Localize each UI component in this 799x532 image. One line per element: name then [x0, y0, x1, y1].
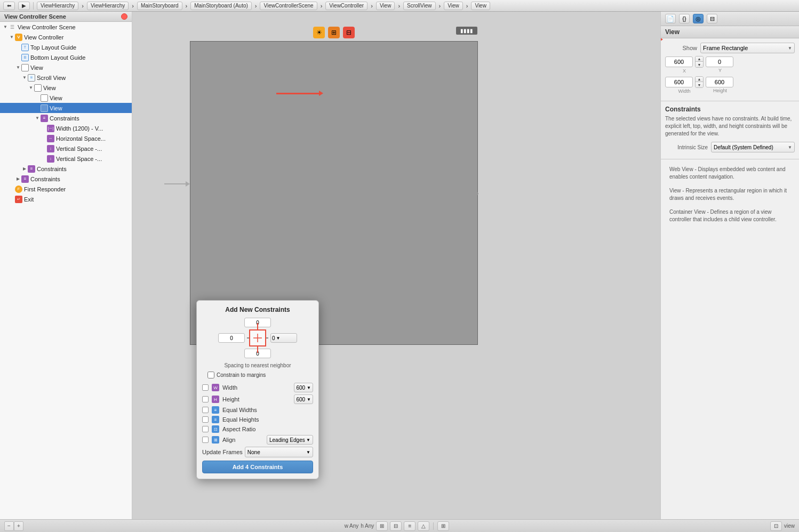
layout-pin-btn[interactable]: ⊟	[390, 521, 402, 531]
view-as-btn[interactable]: ⊡	[770, 521, 782, 531]
tree-item-exit[interactable]: ↵ Exit	[0, 194, 132, 204]
layout-align-btn[interactable]: ≡	[404, 521, 416, 531]
update-frames-dropdown[interactable]: None ▼	[245, 447, 313, 457]
tree-item-scene[interactable]: ☰ View Controller Scene	[0, 22, 132, 32]
identity-icon-btn[interactable]: ◎	[693, 14, 704, 23]
x-up-btn[interactable]: ▲	[696, 57, 703, 62]
align-chevron: ▼	[306, 438, 310, 442]
equal-widths-checkbox[interactable]	[202, 407, 209, 413]
tree-label-view-root: View	[30, 65, 43, 71]
vc-icon-yellow[interactable]: ☀	[313, 27, 325, 38]
breadcrumb-9[interactable]: View	[444, 2, 463, 10]
tree-item-view-child1[interactable]: View	[0, 93, 132, 103]
breadcrumb-10[interactable]: View	[471, 2, 490, 10]
equal-heights-icon: ≡	[212, 416, 219, 423]
width-checkbox[interactable]	[202, 384, 209, 391]
tree-item-constraints-main[interactable]: ≡ Constraints	[0, 174, 132, 184]
show-chevron: ▼	[788, 46, 792, 51]
equal-heights-checkbox[interactable]	[202, 416, 209, 423]
spacing-left-input[interactable]	[218, 333, 245, 343]
vc-icon: V	[15, 34, 22, 41]
add-constraints-button[interactable]: Add 4 Constraints	[202, 461, 313, 473]
horiz-space-icon: ↔	[47, 135, 54, 142]
constrain-margins-checkbox[interactable]	[207, 372, 214, 378]
zoom-out-btn[interactable]: −	[4, 521, 14, 531]
equal-widths-label: Equal Widths	[222, 407, 313, 413]
width-constraint-icon: |↔|	[47, 125, 54, 132]
code-icon-btn[interactable]: {}	[679, 14, 690, 23]
view-child2-icon	[41, 104, 48, 112]
breadcrumb-5[interactable]: ViewControllerScene	[260, 2, 317, 10]
close-button[interactable]	[121, 13, 127, 20]
tree-item-constraints-inner[interactable]: ≡ Constraints	[0, 113, 132, 123]
constraints-desc: The selected views have no constraints. …	[665, 115, 795, 138]
canvas-area: ☀ ⊞ ⊟ ▮▮▮▮ › Add New Constraints	[132, 12, 660, 519]
width-dropdown[interactable]: 600 ▼	[294, 383, 313, 392]
vert-space1-icon: ↕	[47, 145, 54, 152]
tree-item-bottom-layout[interactable]: B Bottom Layout Guide	[0, 52, 132, 62]
width-down-btn[interactable]: ▼	[696, 82, 703, 87]
view-controller-frame: ☀ ⊞ ⊟ ▮▮▮▮ ›	[190, 41, 478, 345]
height-input-row	[706, 77, 734, 87]
tree-item-constraints-outer[interactable]: ≡ Constraints	[0, 164, 132, 174]
view-root-icon	[21, 64, 29, 71]
vc-icon-red[interactable]: ⊟	[343, 27, 355, 38]
show-dropdown[interactable]: Frame Rectangle ▼	[700, 43, 795, 53]
view-label: view	[784, 523, 795, 529]
forward-button[interactable]: ▶	[18, 2, 30, 10]
tree-item-width-constraint[interactable]: |↔| Width (1200) - V...	[0, 123, 132, 133]
size-icon-btn[interactable]: ⊟	[707, 14, 717, 23]
embed-btn[interactable]: ⊞	[437, 521, 449, 531]
file-icon-btn[interactable]: 📄	[665, 14, 676, 23]
height-input[interactable]	[706, 77, 733, 87]
spacing-widget: 0 ▼	[202, 318, 313, 358]
tree-item-vc[interactable]: V View Controller	[0, 32, 132, 42]
height-field: Height	[706, 77, 734, 93]
width-up-btn[interactable]: ▲	[696, 77, 703, 82]
breadcrumb-sep6: ›	[371, 3, 373, 9]
x-down-btn[interactable]: ▼	[696, 62, 703, 67]
vc-icon-orange[interactable]: ⊞	[328, 27, 340, 38]
align-dropdown[interactable]: Leading Edges ▼	[267, 435, 313, 445]
tree-item-vert-space2[interactable]: ↕ Vertical Space -...	[0, 154, 132, 164]
tree-item-view-parent[interactable]: View	[0, 83, 132, 93]
add-constraints-label: Add 4 Constraints	[233, 464, 283, 470]
back-button[interactable]: ⬅	[3, 2, 15, 10]
tree-item-scroll-view[interactable]: ≡ Scroll View	[0, 72, 132, 83]
aspect-ratio-icon: ⊡	[212, 425, 219, 433]
spacing-left	[218, 333, 245, 343]
breadcrumb-sep4: ›	[255, 3, 257, 9]
intrinsic-dropdown[interactable]: Default (System Defined) ▼	[711, 142, 795, 152]
align-icon: ⊞	[212, 436, 219, 444]
breadcrumb-7[interactable]: View	[376, 2, 395, 10]
breadcrumb-1[interactable]: ViewHierarchy	[37, 2, 78, 10]
y-input[interactable]	[706, 57, 733, 67]
tree-label-fr: First Responder	[24, 186, 66, 192]
tree-item-first-responder[interactable]: F First Responder	[0, 184, 132, 194]
layout-resolve-btn[interactable]: △	[418, 521, 429, 531]
spacing-nearest-label: Spacing to nearest neighbor	[202, 362, 313, 368]
constraints-inner-icon: ≡	[41, 115, 48, 122]
tree-item-view-child2[interactable]: View	[0, 103, 132, 113]
breadcrumb-8[interactable]: ScrollView	[403, 2, 436, 10]
layout-size-btn[interactable]: ⊞	[376, 521, 388, 531]
breadcrumb-6[interactable]: ViewController	[325, 2, 367, 10]
breadcrumb-2[interactable]: ViewHierarchy	[87, 2, 129, 10]
zoom-in-btn[interactable]: +	[14, 521, 23, 531]
tree-item-view-root[interactable]: View	[0, 62, 132, 72]
width-input[interactable]	[665, 77, 693, 87]
breadcrumb-sep5: ›	[321, 3, 323, 9]
spacing-right-dropdown[interactable]: 0 ▼	[270, 333, 297, 343]
aspect-ratio-checkbox[interactable]	[202, 426, 209, 432]
height-checkbox[interactable]	[202, 396, 209, 402]
breadcrumb-3[interactable]: MainStoryboard	[137, 2, 182, 10]
tree-label-child2: View	[50, 105, 62, 111]
x-input[interactable]	[665, 57, 693, 67]
tree-item-vert-space1[interactable]: ↕ Vertical Space -...	[0, 143, 132, 154]
height-dropdown[interactable]: 600 ▼	[294, 394, 313, 404]
tree-item-top-layout[interactable]: T Top Layout Guide	[0, 42, 132, 52]
tree-item-horiz-space[interactable]: ↔ Horizontal Space...	[0, 133, 132, 143]
breadcrumb-4[interactable]: MainStoryboard (Auto)	[190, 2, 252, 10]
align-checkbox[interactable]	[202, 437, 209, 443]
update-frames-label: Update Frames	[202, 449, 243, 455]
